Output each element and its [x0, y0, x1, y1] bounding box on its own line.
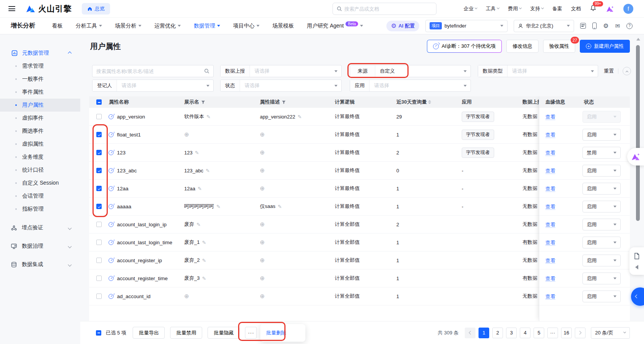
edit-icon[interactable]	[202, 240, 206, 245]
console-icon[interactable]	[580, 23, 586, 29]
status-dropdown[interactable]: 启用	[582, 129, 621, 141]
nav-user-research-agent[interactable]: 用户研究 AgentBeta	[307, 23, 363, 29]
row-checkbox[interactable]	[96, 240, 102, 245]
next-page-button[interactable]	[575, 328, 586, 338]
sidebar-item-virtual-events[interactable]: 虚拟事件	[0, 112, 80, 125]
product-search[interactable]	[333, 3, 436, 15]
add-circle-icon[interactable]	[260, 239, 265, 246]
scrollbar-up-arrow[interactable]	[636, 38, 640, 41]
row-checkbox[interactable]	[96, 276, 102, 281]
search-input[interactable]	[344, 6, 432, 12]
sidebar-item-general-events[interactable]: 一般事件	[0, 73, 80, 86]
sidebar-item-metadata-management[interactable]: 元数据管理	[0, 47, 80, 60]
region-select[interactable]: 华北2 (北京)	[514, 20, 574, 32]
data-report-filter[interactable]: 数据上报 请选择	[220, 65, 342, 77]
filter-funnel-icon[interactable]	[201, 100, 205, 104]
menu-support[interactable]: 支持	[530, 5, 543, 12]
edit-icon[interactable]	[206, 168, 210, 174]
reset-filters-button[interactable]: 重置	[604, 68, 614, 75]
status-filter[interactable]: 状态 请选择	[220, 80, 342, 92]
edit-icon[interactable]	[206, 114, 211, 120]
ai-diagnosis-button[interactable]: AI诊断：307 个待优化项	[427, 40, 502, 53]
bulk-delete-menu-item[interactable]: 批量删除	[260, 324, 305, 342]
add-circle-icon[interactable]	[260, 257, 265, 264]
edit-icon[interactable]	[196, 222, 201, 227]
sort-icon[interactable]	[428, 100, 431, 104]
edit-icon[interactable]	[202, 258, 206, 263]
menu-tools[interactable]: 工具	[486, 5, 499, 12]
lineage-view-link[interactable]: 查看	[545, 234, 555, 252]
nav-scene-template[interactable]: 场景模板	[273, 23, 294, 29]
status-dropdown[interactable]: 启用	[582, 255, 621, 266]
status-dropdown[interactable]: 启用	[582, 165, 621, 177]
menu-docs[interactable]: 文档	[571, 5, 581, 12]
lineage-view-link[interactable]: 查看	[545, 216, 555, 234]
project-select[interactable]: 项目 bytefinder	[425, 20, 508, 32]
bulk-hide-button[interactable]: 批量隐藏	[208, 327, 240, 339]
status-dropdown[interactable]: 启用	[582, 290, 621, 302]
lineage-view-link[interactable]: 查看	[545, 287, 555, 305]
ai-config-button[interactable]: AI 配置	[386, 21, 419, 31]
select-all-checkbox[interactable]	[96, 99, 102, 105]
add-circle-icon[interactable]	[260, 149, 265, 156]
row-checkbox[interactable]	[96, 150, 102, 155]
attribute-search-input[interactable]	[96, 68, 204, 74]
sidebar-item-session-management[interactable]: 会话管理	[0, 190, 80, 203]
sidebar-item-circled-events[interactable]: 圈选事件	[0, 125, 80, 138]
edit-info-button[interactable]: 修改信息	[506, 40, 539, 53]
lineage-view-link[interactable]: 查看	[545, 108, 555, 126]
gear-icon[interactable]	[603, 22, 608, 29]
source-filter[interactable]: 来源 自定义	[350, 65, 471, 77]
nav-dashboard[interactable]: 看板	[52, 23, 63, 29]
add-circle-icon[interactable]	[184, 293, 189, 300]
sidebar-item-user-attributes[interactable]: 用户属性	[0, 99, 80, 112]
scrollbar-thumb[interactable]	[636, 45, 640, 221]
collapse-panel-icon[interactable]	[635, 265, 638, 269]
bulk-disable-button[interactable]: 批量禁用	[170, 327, 202, 339]
accept-attributes-button[interactable]: 验收属性27	[543, 40, 575, 53]
nav-scene-analysis[interactable]: 场景分析	[115, 23, 141, 29]
sidebar-item-virtual-attributes[interactable]: 虚拟属性	[0, 138, 80, 151]
notification-bell[interactable]: 99+	[590, 5, 597, 13]
status-dropdown[interactable]: 启用	[582, 237, 621, 248]
mobile-icon[interactable]	[592, 23, 597, 29]
menu-filing[interactable]: 备案	[552, 5, 562, 12]
sidebar-item-statistical-caliber[interactable]: 统计口径	[0, 164, 80, 177]
ai-assistant-icon[interactable]	[605, 5, 615, 13]
nav-operation[interactable]: 运营优化	[154, 23, 181, 29]
bulk-export-button[interactable]: 批量导出	[133, 327, 165, 339]
avatar[interactable]: f	[623, 4, 633, 14]
page-ellipsis[interactable]: ···	[547, 328, 558, 338]
lineage-view-link[interactable]: 查看	[545, 198, 555, 216]
hamburger-menu-icon[interactable]	[8, 6, 15, 11]
sidebar-item-custom-session[interactable]: 自定义 Session	[0, 177, 80, 190]
add-circle-icon[interactable]	[260, 167, 265, 174]
nav-data-management[interactable]: 数据管理	[194, 23, 220, 29]
add-circle-icon[interactable]	[260, 221, 265, 228]
edit-icon[interactable]	[216, 204, 221, 209]
attribute-search[interactable]	[92, 65, 214, 77]
status-dropdown[interactable]: 启用	[582, 201, 621, 213]
status-dropdown[interactable]: 启用	[582, 183, 621, 195]
add-circle-icon[interactable]	[260, 275, 265, 282]
lineage-view-link[interactable]: 查看	[545, 252, 555, 269]
overview-button[interactable]: 总览	[82, 3, 110, 15]
row-checkbox[interactable]	[96, 186, 102, 191]
filter-funnel-icon[interactable]	[282, 100, 286, 104]
edit-icon[interactable]	[198, 186, 202, 191]
edit-icon[interactable]	[277, 204, 282, 209]
sidebar-item-data-integration[interactable]: 数据集成	[0, 255, 80, 274]
ai-assistant-float-button[interactable]	[627, 148, 644, 166]
status-dropdown[interactable]: 禁用	[582, 147, 621, 159]
sidebar-item-event-attributes[interactable]: 事件属性	[0, 86, 80, 99]
document-icon[interactable]	[634, 253, 640, 260]
collapse-filters-button[interactable]	[623, 67, 631, 75]
app-filter[interactable]: 应用 请选择	[350, 80, 471, 92]
footer-select-checkbox[interactable]	[96, 330, 101, 336]
registrant-filter[interactable]: 登记人 请选择	[92, 80, 214, 92]
page-button[interactable]: 16	[561, 328, 572, 338]
lineage-view-link[interactable]: 查看	[545, 269, 555, 287]
prev-page-button[interactable]	[465, 328, 475, 338]
lineage-view-link[interactable]: 查看	[545, 144, 555, 162]
row-checkbox[interactable]	[96, 222, 102, 227]
